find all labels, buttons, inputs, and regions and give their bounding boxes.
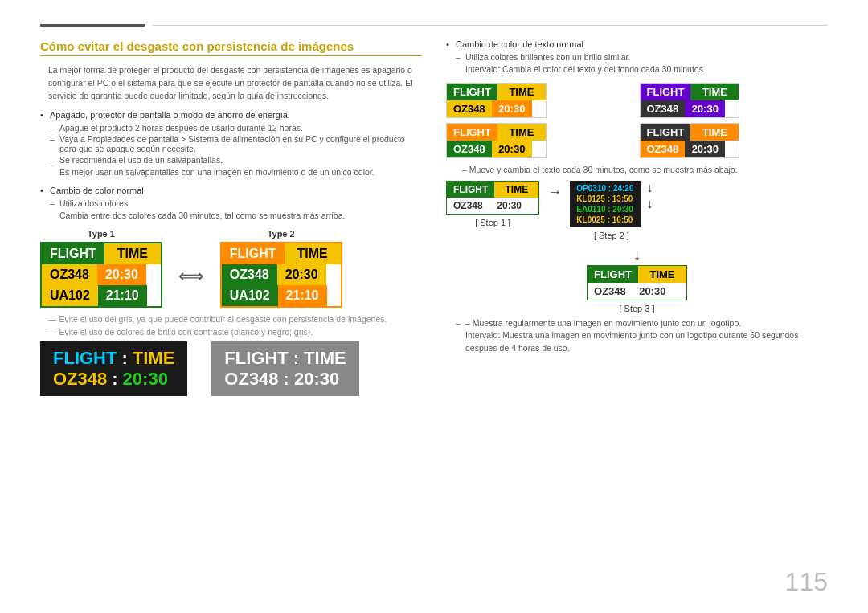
move-desc: – Mueve y cambia el texto cada 30 minuto… [446,165,828,174]
mini-board-2-wrap: FLIGHT TIME OZ348 20:30 [640,83,829,118]
sub-b1-2: Vaya a Propiedades de pantalla > Sistema… [40,134,422,153]
mb1-oz: OZ348 [447,100,492,117]
bb-colon: : [121,348,127,369]
mb3-flight: FLIGHT [447,124,497,141]
top-line [40,24,828,27]
s-t2: KL0125 : 13:50 [576,194,633,203]
mb1-r1: FLIGHT TIME [447,84,546,100]
gb-flight: FLIGHT [224,348,288,369]
s-t1: OP0310 : 24:20 [576,184,633,193]
mb1-flight: FLIGHT [447,84,497,100]
t1-flight: FLIGHT [42,243,104,264]
mb3-oz: OZ348 [447,141,492,157]
t2-2110: 21:10 [278,285,327,306]
s3-time: TIME [638,266,686,283]
t2-ua102: UA102 [222,285,278,306]
bullet-section-2: Cambio de color normal Utiliza dos color… [40,186,422,223]
sub-b1-4: Es mejor usar un salvapantallas con una … [40,166,422,179]
mini-board-2: FLIGHT TIME OZ348 20:30 [640,83,740,118]
scroll-board: OP0310 : 24:20 KL0125 : 13:50 EA0110 : 2… [570,181,640,227]
type1-block: Type 1 FLIGHT TIME OZ348 20:30 UA102 [40,229,162,308]
type1-label: Type 1 [88,229,115,239]
sub-b1-1: Apague el producto 2 horas después de us… [40,123,422,133]
black-row2: OZ348 : 20:30 [53,369,174,390]
mb2-t: 20:30 [685,100,725,117]
color-grid: FLIGHT TIME OZ348 20:30 FLIGHT [446,83,828,158]
bottom-b3-s1: Intervalo: Muestra una imagen en movimie… [446,329,828,355]
page: Cómo evitar el desgaste con persistencia… [0,0,868,613]
type1-board: FLIGHT TIME OZ348 20:30 UA102 21:10 [40,242,162,308]
s1-t: 20:30 [489,198,530,214]
top-rule [153,25,828,26]
type2-row2: OZ348 20:30 [222,264,341,285]
s1-flight: FLIGHT [447,182,494,198]
step3-board: FLIGHT TIME OZ348 20:30 [587,265,687,300]
bb-flight: FLIGHT [53,348,117,369]
step1-board: FLIGHT TIME OZ348 20:30 [446,181,539,215]
mini-board-4-wrap: FLIGHT TIME OZ348 20:30 [640,123,829,158]
s1-r2: OZ348 20:30 [447,198,538,214]
mb4-r2: OZ348 20:30 [641,141,739,157]
step2-label: [ Step 2 ] [594,231,629,240]
t1-time: TIME [104,243,161,264]
mb2-oz: OZ348 [641,100,686,117]
gray-row1: FLIGHT : TIME [224,348,346,369]
r-sub-2: Intervalo: Cambia el color del texto y d… [446,63,828,76]
s3-t: 20:30 [633,283,673,300]
type2-row1: FLIGHT TIME [222,243,341,264]
type2-label: Type 2 [268,229,295,239]
dash-note-2: — Evite el uso de colores de brillo con … [40,327,422,337]
bb-t: 20:30 [123,369,168,390]
mb2-r2: OZ348 20:30 [641,100,739,117]
mini-board-3: FLIGHT TIME OZ348 20:30 [446,123,547,158]
type2-block: Type 2 FLIGHT TIME OZ348 20:30 UA102 [220,229,342,308]
step1-block: FLIGHT TIME OZ348 20:30 [ Step 1 ] [446,181,539,227]
t2-oz348: OZ348 [222,264,277,285]
t1-ua102: UA102 [42,285,98,306]
s1-r1: FLIGHT TIME [447,182,538,198]
type1-row1: FLIGHT TIME [42,243,161,264]
mini-board-1-wrap: FLIGHT TIME OZ348 20:30 [446,83,635,118]
gb-colon: : [293,348,299,369]
bullet-section-1: Apagado, protector de pantalla o modo de… [40,110,422,179]
mb1-r2: OZ348 20:30 [447,100,546,117]
mb2-r1: FLIGHT TIME [641,84,739,100]
bullet-1: Apagado, protector de pantalla o modo de… [40,110,422,120]
right-column: Cambio de color de texto normal Utiliza … [446,39,828,597]
sub-b2-1: Utiliza dos colores [40,198,422,208]
scroll-r1: OP0310 : 24:20 [576,184,633,193]
s1-oz: OZ348 [447,198,489,214]
scroll-r2: KL0125 : 13:50 [576,194,633,203]
types-section: Type 1 FLIGHT TIME OZ348 20:30 UA102 [40,229,422,308]
type2-board: FLIGHT TIME OZ348 20:30 UA102 21:10 [220,242,342,308]
r-bullet-1: Cambio de color de texto normal [446,39,828,49]
step1-arrow: → [547,181,562,201]
t1-2110: 21:10 [98,285,147,306]
s3-oz: OZ348 [588,283,633,300]
bottom-boards: FLIGHT : TIME OZ348 : 20:30 FLIGHT : [40,341,422,396]
t2-time: TIME [285,243,341,264]
double-arrow: ⟺ [178,250,204,287]
mb3-r2: OZ348 20:30 [447,141,546,157]
mb1-t: 20:30 [492,100,532,117]
bb-col2: : [112,369,117,390]
t1-2030: 20:30 [97,264,146,285]
mb3-t: 20:30 [492,141,532,157]
sub-b1-3: Se recomienda el uso de un salvapantalla… [40,155,422,165]
mini-board-4: FLIGHT TIME OZ348 20:30 [640,123,740,158]
mb3-r1: FLIGHT TIME [447,124,546,141]
steps-section: FLIGHT TIME OZ348 20:30 [ Step 1 ] → [446,181,828,240]
mb4-r1: FLIGHT TIME [641,124,739,141]
s3-r2: OZ348 20:30 [588,283,686,300]
s-t4: KL0025 : 16:50 [576,215,633,224]
bottom-note: – Muestra regularmente una imagen en mov… [446,318,828,355]
type1-row2: OZ348 20:30 [42,264,161,285]
bb-oz: OZ348 [53,369,107,390]
page-number: 115 [785,567,828,597]
sub-b2-2: Cambia entre dos colores cada 30 minutos… [40,210,422,223]
gb-oz: OZ348 [224,369,278,390]
mb2-flight: FLIGHT [641,84,691,100]
step3-section: ↓ FLIGHT TIME OZ348 20:30 [ Step 3 ] [446,243,828,313]
gb-col2: : [284,369,289,390]
gb-t: 20:30 [294,369,339,390]
